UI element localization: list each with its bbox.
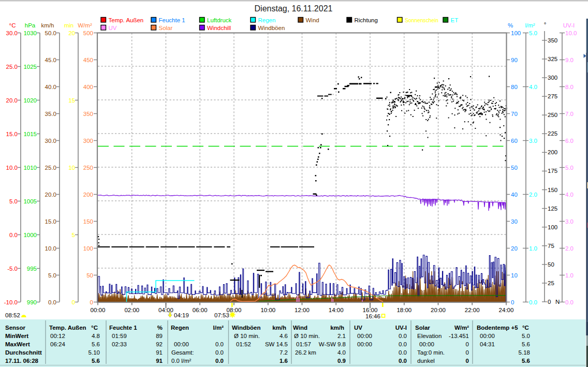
svg-text:-10.0: -10.0 [4,299,18,305]
svg-text:50.0: 50.0 [45,30,56,36]
svg-text:MinWert: MinWert [5,333,28,339]
svg-text:00:00: 00:00 [480,333,495,339]
svg-text:15: 15 [68,97,75,104]
svg-text:10: 10 [511,272,518,278]
svg-text:Windchill: Windchill [207,25,231,31]
svg-text:06:00: 06:00 [193,307,208,313]
svg-text:08:52: 08:52 [5,312,20,318]
svg-text:100: 100 [548,224,557,230]
svg-text:80: 80 [511,84,518,90]
svg-text:5.6: 5.6 [92,341,100,347]
svg-text:150: 150 [548,187,557,193]
svg-text:°: ° [544,21,547,27]
svg-text:3.0: 3.0 [529,138,537,144]
svg-text:W/m²: W/m² [454,325,469,331]
svg-text:Sonnenschein: Sonnenschein [405,17,438,23]
svg-text:Wind: Wind [306,17,319,23]
svg-text:SW 14.5: SW 14.5 [265,341,288,347]
svg-text:225: 225 [548,130,557,137]
svg-text:00:00: 00:00 [419,341,434,347]
svg-text:20.0: 20.0 [45,192,56,198]
svg-text:450: 450 [83,57,93,63]
svg-text:N: N [555,299,560,305]
svg-text:°C: °C [9,22,16,28]
svg-text:0.0: 0.0 [399,358,407,364]
svg-text:0: 0 [466,358,469,364]
svg-text:325: 325 [548,56,557,62]
svg-text:1000: 1000 [23,232,37,238]
svg-text:5.18: 5.18 [519,349,530,356]
svg-text:MaxWert: MaxWert [5,341,30,347]
svg-text:45.0: 45.0 [45,57,56,63]
svg-text:0.0: 0.0 [399,341,407,347]
svg-text:500: 500 [83,30,93,36]
svg-text:18:00: 18:00 [396,307,411,313]
svg-text:24:00: 24:00 [499,307,514,313]
svg-text:300: 300 [83,138,93,144]
svg-text:5.0: 5.0 [529,30,537,36]
svg-text:°C: °C [522,325,529,331]
svg-text:91: 91 [156,349,163,356]
svg-text:UV: UV [109,25,117,31]
svg-text:20:00: 20:00 [431,307,446,313]
svg-text:25.0: 25.0 [45,165,56,171]
svg-text:Luftdruck: Luftdruck [207,17,232,23]
svg-text:0.0: 0.0 [9,232,18,238]
svg-text:1020: 1020 [23,97,37,104]
svg-text:02:00: 02:00 [124,307,139,313]
svg-text:0.0: 0.0 [565,299,574,305]
svg-text:350: 350 [83,111,93,117]
svg-text:1015: 1015 [23,131,37,137]
svg-text:50: 50 [86,272,93,278]
svg-text:200: 200 [548,149,557,155]
svg-text:30: 30 [511,218,518,225]
svg-text:5.10: 5.10 [89,349,100,356]
svg-text:0.0: 0.0 [529,299,537,305]
svg-text:5.0: 5.0 [565,165,574,171]
svg-text:10.0: 10.0 [6,165,18,171]
svg-text:Feuchte 1: Feuchte 1 [159,17,185,23]
svg-text:10.0: 10.0 [45,245,56,252]
svg-text:995: 995 [27,266,37,272]
svg-text:km/h: km/h [272,325,286,331]
svg-text:Wind: Wind [293,325,307,331]
svg-text:0.0 l/m²: 0.0 l/m² [171,358,192,364]
svg-text:Solar: Solar [415,325,430,331]
svg-text:22:00: 22:00 [465,307,480,313]
svg-text:06:24: 06:24 [50,341,65,347]
svg-text:UV: UV [354,325,362,331]
svg-text:00:00: 00:00 [174,341,189,347]
svg-text:0.0: 0.0 [399,333,407,339]
svg-text:5.6: 5.6 [522,358,530,364]
svg-text:Windböen: Windböen [232,325,260,331]
svg-text:0: 0 [466,341,469,347]
svg-text:50: 50 [511,165,518,171]
svg-text:12:00: 12:00 [295,307,310,313]
svg-text:00:00: 00:00 [357,333,372,339]
svg-text:250: 250 [548,112,557,118]
svg-text:l/m²: l/m² [213,325,224,331]
svg-text:0.0: 0.0 [399,349,407,356]
svg-text:30.0: 30.0 [45,138,56,144]
svg-text:4.8: 4.8 [92,333,100,339]
svg-text:-13.451: -13.451 [449,333,469,339]
svg-text:Regen: Regen [171,325,189,331]
svg-text:0.9: 0.9 [337,358,346,364]
svg-text:10.0: 10.0 [565,30,577,36]
svg-text:5.0: 5.0 [522,333,530,339]
svg-text:Elevation: Elevation [417,333,442,339]
svg-text:14:00: 14:00 [329,307,344,313]
svg-text:91: 91 [156,358,163,364]
svg-text:7.2: 7.2 [280,349,288,356]
svg-text:Regen: Regen [258,17,276,23]
svg-text:km/h: km/h [41,22,54,28]
svg-text:hPa: hPa [25,22,36,28]
svg-text:04:19: 04:19 [174,312,189,318]
svg-text:15.0: 15.0 [6,131,18,137]
svg-text:Tag:0 min.: Tag:0 min. [417,349,445,356]
svg-text:350: 350 [548,37,557,43]
svg-text:150: 150 [83,218,93,225]
svg-text:00:12: 00:12 [50,333,65,339]
svg-text:Feuchte 1: Feuchte 1 [109,325,137,331]
svg-text:1025: 1025 [23,64,37,70]
